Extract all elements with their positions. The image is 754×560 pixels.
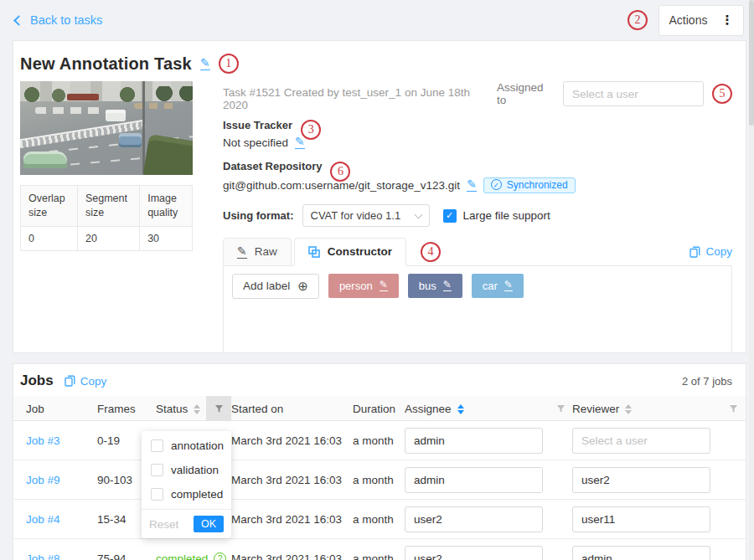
edit-issue-tracker-icon[interactable]: ✎ xyxy=(295,136,305,149)
actions-button[interactable]: Actions ⋮ xyxy=(658,5,744,36)
job-assignee-input[interactable] xyxy=(405,467,543,493)
format-select-value: CVAT for video 1.1 xyxy=(311,209,401,222)
label-tag-car[interactable]: car ✎ xyxy=(472,274,524,298)
column-job: Job xyxy=(26,403,97,415)
job-row: Job #9 90-103 March 3rd 2021 16:03 a mon… xyxy=(13,460,746,500)
dataset-repository-section: Dataset Repository6 git@github.com:usern… xyxy=(223,160,732,193)
job-link[interactable]: Job #9 xyxy=(26,474,97,486)
filter-option-validation[interactable]: validation xyxy=(142,458,231,482)
job-status-label: completed xyxy=(156,552,208,560)
thumbnail-white-van xyxy=(106,110,126,121)
tab-raw[interactable]: ✎ Raw xyxy=(223,238,292,266)
job-assignee-input[interactable] xyxy=(405,506,543,532)
jobs-table-header: Job Frames Status Started on Duration As… xyxy=(13,396,746,421)
filter-funnel-icon xyxy=(729,404,738,414)
task-parameters-table: Overlap size Segment size Image quality … xyxy=(20,185,193,251)
job-reviewer-input[interactable] xyxy=(572,546,710,560)
label-tag-name: person xyxy=(339,280,373,292)
format-select[interactable]: CVAT for video 1.1 xyxy=(302,204,430,227)
edit-label-icon[interactable]: ✎ xyxy=(443,280,452,291)
copy-labels-button[interactable]: Copy xyxy=(689,245,732,258)
tab-constructor-label: Constructor xyxy=(328,245,392,258)
scrollbar-thumb[interactable] xyxy=(749,0,754,126)
callout-4: 4 xyxy=(421,242,441,262)
overlap-size-header: Overlap size xyxy=(21,186,78,227)
parameters-header-row: Overlap size Segment size Image quality xyxy=(21,186,193,227)
job-reviewer-input[interactable] xyxy=(572,428,710,454)
filter-option-annotation[interactable]: annotation xyxy=(142,434,231,458)
image-quality-header: Image quality xyxy=(140,186,193,227)
issue-tracker-value: Not specified xyxy=(223,136,288,149)
column-duration: Duration xyxy=(353,403,405,415)
tab-raw-label: Raw xyxy=(255,245,277,258)
filter-ok-button[interactable]: OK xyxy=(194,516,224,532)
back-to-tasks-link[interactable]: Back to tasks xyxy=(15,13,102,27)
label-tag-name: car xyxy=(483,280,498,292)
task-thumbnail xyxy=(20,81,193,175)
edit-task-name-icon[interactable]: ✎ xyxy=(200,57,210,70)
large-file-support-checkbox[interactable]: ✓ Large file support xyxy=(443,209,550,223)
column-started-on: Started on xyxy=(231,403,353,415)
label-tag-person[interactable]: person ✎ xyxy=(328,274,399,298)
job-link[interactable]: Job #3 xyxy=(26,434,97,447)
more-vertical-icon: ⋮ xyxy=(720,13,733,28)
assignee-filter-button[interactable] xyxy=(549,396,572,421)
job-duration: a month xyxy=(353,434,405,447)
job-reviewer-input[interactable] xyxy=(572,467,710,493)
column-frames: Frames xyxy=(97,403,156,415)
job-link[interactable]: Job #8 xyxy=(26,552,97,560)
column-reviewer[interactable]: Reviewer xyxy=(572,403,721,415)
assigned-to-group: Assigned to 5 xyxy=(497,81,732,106)
jobs-card: Jobs Copy 2 of 7 jobs Job Frames Status … xyxy=(13,363,746,560)
labels-tabs: ✎ Raw Constructor 4 Copy xyxy=(223,238,732,266)
topbar: Back to tasks 2 Actions ⋮ xyxy=(0,0,754,40)
check-circle-icon: ✓ xyxy=(491,179,502,190)
copy-jobs-button[interactable]: Copy xyxy=(65,375,107,388)
sync-status-label: Synchronized xyxy=(507,179,568,191)
status-filter-button[interactable] xyxy=(206,396,231,421)
callout-2: 2 xyxy=(627,10,648,30)
reviewer-filter-button[interactable] xyxy=(721,396,745,421)
job-row: Job #8 75-94 completed ? March 3rd 2021 … xyxy=(13,539,746,560)
edit-label-icon[interactable]: ✎ xyxy=(380,280,388,291)
assignee-select-input[interactable] xyxy=(563,81,704,106)
issue-tracker-section: Issue Tracker3 Not specified ✎ xyxy=(223,119,732,149)
job-assignee-input[interactable] xyxy=(405,546,543,560)
thumbnail-trees xyxy=(20,86,193,103)
column-status[interactable]: Status xyxy=(156,403,206,415)
filter-footer: Reset OK xyxy=(142,509,231,538)
dataset-repository-label: Dataset Repository xyxy=(223,160,322,172)
large-file-support-label: Large file support xyxy=(463,209,550,222)
filter-reset-button[interactable]: Reset xyxy=(149,518,178,531)
segment-size-header: Segment size xyxy=(77,186,139,227)
filter-option-completed[interactable]: completed xyxy=(142,482,231,506)
copy-icon xyxy=(689,246,700,258)
actions-area: 2 Actions ⋮ xyxy=(627,5,744,36)
column-assignee[interactable]: Assignee xyxy=(405,403,549,415)
thumbnail-blue-van xyxy=(119,133,142,147)
jobs-count: 2 of 7 jobs xyxy=(682,375,732,388)
parameters-value-row: 0 20 30 xyxy=(21,226,193,250)
checkbox-unchecked[interactable] xyxy=(151,488,163,501)
checkbox-unchecked[interactable] xyxy=(151,439,163,452)
label-tag-name: bus xyxy=(419,280,436,292)
callout-1: 1 xyxy=(219,54,239,74)
job-duration: a month xyxy=(353,513,405,526)
tab-constructor[interactable]: Constructor xyxy=(294,238,406,266)
task-info-column: Task #1521 Created by test_user_1 on Jun… xyxy=(223,81,732,353)
checkbox-unchecked[interactable] xyxy=(151,464,163,476)
add-label-button-label: Add label xyxy=(243,280,290,292)
job-row: Job #3 0-19 March 3rd 2021 16:03 a month xyxy=(13,421,746,460)
job-link[interactable]: Job #4 xyxy=(26,513,97,526)
sort-icon xyxy=(625,404,632,414)
filter-option-label: annotation xyxy=(171,439,224,452)
label-tag-bus[interactable]: bus ✎ xyxy=(408,274,462,298)
scrollbar[interactable] xyxy=(749,0,754,560)
sync-status-badge[interactable]: ✓ Synchronized xyxy=(483,177,576,193)
edit-label-icon[interactable]: ✎ xyxy=(504,280,513,291)
edit-repository-icon[interactable]: ✎ xyxy=(467,178,477,192)
add-label-button[interactable]: Add label ⊕ xyxy=(232,274,319,299)
filter-option-label: completed xyxy=(171,488,223,501)
job-assignee-input[interactable] xyxy=(405,428,543,454)
job-reviewer-input[interactable] xyxy=(572,506,710,532)
